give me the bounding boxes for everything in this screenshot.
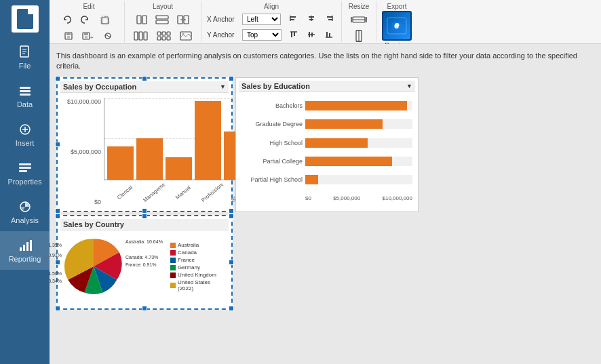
layout-btn2[interactable] (152, 12, 172, 27)
xaxis-5m: $5,000,000 (333, 195, 360, 201)
hbar-xaxis: $0 $5,000,000 $10,000,000 (305, 195, 412, 201)
sidebar-data-label: Data (17, 100, 33, 108)
pie-right-labels: Australia: 10.64% Canada: 4.73% France: … (125, 239, 163, 267)
svg-rect-10 (19, 163, 31, 165)
handle-ml[interactable] (55, 142, 60, 147)
hbar-partial-college: Partial College (241, 157, 412, 166)
education-arrow[interactable]: ▼ (406, 83, 412, 89)
align-bottom-btn[interactable] (321, 27, 337, 42)
export-group-label: Export (387, 3, 407, 10)
svg-rect-49 (290, 16, 296, 18)
svg-rect-14 (20, 247, 22, 251)
sidebar-item-analysis[interactable]: Analysis (0, 193, 50, 231)
sidebar-item-file[interactable]: File (0, 38, 50, 77)
hbar-partial-hs: Partial High School (241, 175, 412, 184)
country-handle-bl[interactable] (55, 306, 60, 311)
country-handle-br[interactable] (229, 306, 234, 311)
legend-label-germany: Germany (178, 264, 200, 270)
education-chart-title: Sales by Education ▼ (239, 81, 415, 92)
handle-tm[interactable] (142, 76, 147, 81)
svg-rect-39 (144, 32, 147, 40)
legend-label-usa: United States (2022) (178, 279, 226, 291)
sidebar-item-insert[interactable]: Insert (0, 115, 50, 154)
legend-uk: United Kingdom (170, 272, 226, 278)
handle-bl[interactable] (55, 208, 60, 214)
legend-label-uk: United Kingdom (178, 272, 216, 278)
layout-btn3[interactable] (174, 12, 193, 27)
svg-rect-43 (157, 37, 161, 40)
toolbar-export-group: Export e Preview (376, 1, 417, 42)
occupation-arrow[interactable]: ▼ (220, 83, 226, 90)
layout-btn1[interactable] (133, 12, 151, 27)
sidebar-item-reporting[interactable]: Reporting (0, 231, 50, 270)
align-left-btn[interactable] (286, 11, 302, 26)
hbar-track-partial-hs (305, 175, 412, 184)
svg-text:e: e (394, 20, 400, 31)
occupation-bar-container: $10,000,000 $5,000,000 $0 (60, 93, 229, 208)
save-button[interactable] (60, 28, 77, 43)
pie-svg (63, 236, 124, 297)
pie-legend: Australia Canada France (170, 242, 226, 293)
svg-rect-64 (326, 32, 328, 37)
country-handle-tr[interactable] (229, 214, 234, 219)
svg-rect-45 (167, 37, 170, 40)
country-title-text: Sales by Country (63, 220, 124, 228)
svg-rect-50 (290, 19, 294, 20)
layout-image-btn[interactable] (176, 28, 195, 43)
svg-rect-62 (311, 33, 313, 37)
svg-rect-18 (102, 18, 109, 24)
country-handle-tm[interactable] (142, 214, 147, 219)
handle-tr[interactable] (229, 76, 234, 81)
country-chart: Sales by Country United States: 1.35% Fr… (56, 215, 233, 310)
pie-label-uk: United Kingdom: 11.50% (50, 271, 62, 276)
format-button[interactable] (98, 28, 117, 43)
sidebar-item-properties[interactable]: Properties (0, 154, 50, 193)
hbar-track-bachelors (305, 101, 412, 110)
legend-dot-australia (170, 243, 176, 248)
align-middle-btn[interactable] (303, 27, 319, 42)
handle-tl[interactable] (55, 76, 60, 81)
country-handle-tl[interactable] (55, 214, 60, 219)
layout-btn4[interactable] (130, 28, 152, 43)
hbar-label-partial-college: Partial College (241, 158, 303, 165)
paste-button[interactable] (94, 12, 119, 27)
handle-bm[interactable] (142, 208, 147, 214)
hbar-label-graduate: Graduate Degree (241, 121, 303, 127)
handle-br[interactable] (229, 208, 234, 214)
svg-rect-4 (20, 87, 31, 89)
legend-label-canada: Canada (178, 249, 197, 256)
x-anchor-select[interactable]: LeftCenterRight (242, 14, 281, 25)
y-anchor-select[interactable]: TopMiddleBottom (242, 29, 282, 41)
resize-height-btn[interactable] (351, 28, 367, 43)
hbar-graduate: Graduate Degree (241, 119, 412, 129)
svg-rect-40 (157, 32, 161, 35)
align-center-btn[interactable] (303, 11, 319, 26)
sidebar-item-data[interactable]: Data (0, 77, 50, 115)
svg-rect-31 (156, 16, 168, 19)
education-chart: Sales by Education ▼ Bachelors Graduate … (235, 77, 419, 212)
svg-rect-29 (137, 16, 141, 24)
resize-width-btn[interactable] (347, 12, 370, 27)
align-top-btn[interactable] (286, 27, 302, 42)
pie-label-canada2: Canada: 4.73% (125, 255, 163, 260)
save-as-button[interactable]: + (78, 28, 97, 43)
layout-btn5[interactable] (153, 28, 175, 43)
legend-germany: Germany (170, 264, 226, 270)
occupation-chart: Sales by Occupation ▼ $10,000,000 $5,000… (56, 77, 233, 212)
hbar-fill-highschool (305, 138, 368, 148)
svg-point-47 (182, 33, 185, 35)
preview-button[interactable]: e (382, 11, 412, 41)
country-handle-mr[interactable] (229, 260, 234, 265)
pie-label-france2: France: 0.91% (125, 262, 163, 267)
occupation-title-text: Sales by Occupation (63, 83, 136, 91)
pie-container: United States: 1.35% France: 0.91% Unite… (60, 230, 229, 305)
undo-button[interactable] (59, 12, 75, 27)
pie-label-france: France: 0.91% (50, 253, 62, 258)
align-right-btn[interactable] (321, 11, 337, 26)
reporting-icon (18, 238, 33, 253)
education-title-text: Sales by Education (241, 82, 310, 90)
redo-button[interactable] (77, 12, 93, 27)
country-handle-bm[interactable] (142, 306, 147, 311)
file-icon (18, 45, 33, 60)
legend-australia: Australia (170, 242, 226, 248)
